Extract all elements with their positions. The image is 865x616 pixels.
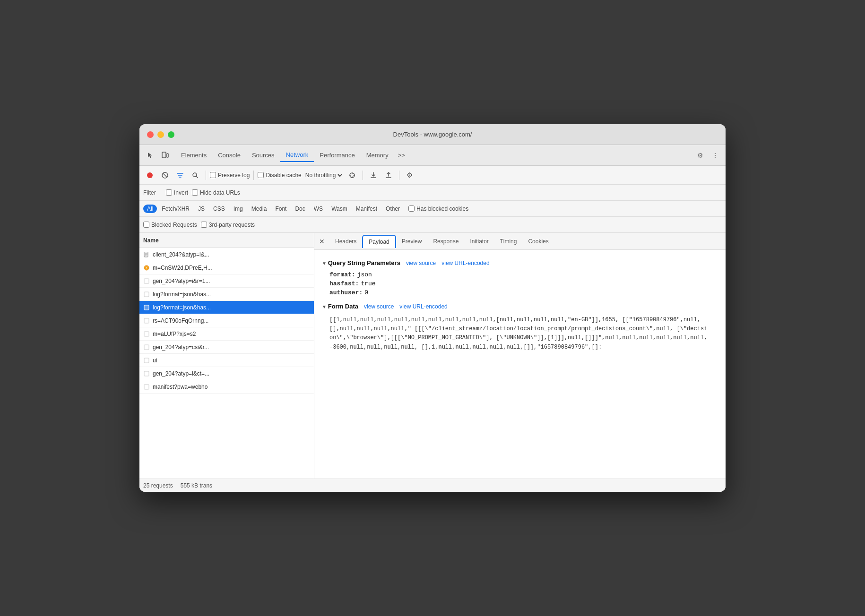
invert-checkbox[interactable]: Invert [166,189,188,196]
fd-view-url-encoded-link[interactable]: view URL-encoded [399,303,447,310]
detail-tab-cookies[interactable]: Cookies [522,235,554,248]
type-btn-wasm[interactable]: Wasm [328,205,351,213]
param-row-authuser: authuser: 0 [322,288,718,297]
maximize-button[interactable] [168,131,174,138]
type-btn-font[interactable]: Font [271,205,290,213]
disable-cache-input[interactable] [258,172,264,178]
import-button[interactable] [367,169,380,182]
request-name: gen_204?atyp=i&ct=... [153,370,209,377]
param-value: true [361,280,375,287]
list-item[interactable]: gen_204?atyp=i&ct=... [139,367,314,380]
detail-tab-timing[interactable]: Timing [494,235,523,248]
third-party-input[interactable] [201,222,207,228]
window-title: DevTools - www.google.com/ [393,131,472,138]
throttle-settings-icon[interactable] [346,169,359,182]
hide-data-urls-checkbox[interactable]: Hide data URLs [192,189,240,196]
type-btn-img[interactable]: Img [230,205,247,213]
network-settings-button[interactable]: ⚙ [403,169,416,182]
invert-input[interactable] [166,189,172,196]
type-btn-all[interactable]: All [143,205,157,213]
tab-memory[interactable]: Memory [361,149,394,162]
list-item[interactable]: gen_204?atyp=i&r=1... [139,274,314,288]
tab-elements[interactable]: Elements [175,149,212,162]
list-item[interactable]: log?format=json&has... [139,288,314,301]
detail-tab-payload[interactable]: Payload [362,235,396,248]
device-icon[interactable] [158,149,172,162]
type-btn-manifest[interactable]: Manifest [352,205,381,213]
list-item[interactable]: manifest?pwa=webho [139,380,314,394]
type-btn-other[interactable]: Other [382,205,404,213]
blank-icon [143,357,150,364]
detail-tab-response[interactable]: Response [427,235,464,248]
detail-tab-initiator[interactable]: Initiator [464,235,494,248]
svg-rect-22 [144,385,149,389]
svg-rect-16 [144,305,149,310]
search-button[interactable] [189,169,202,182]
type-btn-js[interactable]: JS [194,205,208,213]
tab-network[interactable]: Network [280,148,314,162]
type-btn-ws[interactable]: WS [310,205,327,213]
form-data-section-header: Form Data view source view URL-encoded [322,303,718,310]
request-name: gen_204?atyp=i&r=1... [153,278,210,284]
list-item[interactable]: client_204?&atyp=i&... [139,248,314,261]
detail-tab-preview[interactable]: Preview [396,235,428,248]
blocked-requests-input[interactable] [143,222,149,228]
tab-more[interactable]: >> [394,149,409,162]
throttle-select[interactable]: No throttling Fast 3G Slow 3G Offline [303,171,344,179]
record-button[interactable] [143,169,156,182]
type-btn-fetch-xhr[interactable]: Fetch/XHR [158,205,193,213]
type-btn-media[interactable]: Media [248,205,271,213]
svg-rect-18 [144,332,149,336]
blocked-row: Blocked Requests 3rd-party requests [139,217,726,233]
more-icon[interactable]: ⋮ [709,149,722,162]
requests-panel: Name client_204?&atyp=i&... ! [139,233,314,479]
close-button[interactable] [147,131,154,138]
list-item[interactable]: rs=ACT90oFqOrnng... [139,314,314,327]
has-blocked-cookies-checkbox[interactable]: Has blocked cookies [408,205,468,212]
list-item[interactable]: gen_204?atyp=csi&r... [139,341,314,354]
blank-icon [143,278,150,284]
type-btn-doc[interactable]: Doc [291,205,309,213]
filter-row: Filter Invert Hide data URLs [139,185,726,201]
list-item[interactable]: ! m=CnSW2d,DPreE,H... [139,261,314,274]
checkbox-icon [143,304,150,311]
qs-view-url-encoded-link[interactable]: view URL-encoded [441,260,489,266]
qs-view-source-link[interactable]: view source [406,260,436,266]
preserve-log-input[interactable] [210,172,216,178]
tab-performance[interactable]: Performance [314,149,360,162]
disable-cache-checkbox[interactable]: Disable cache [258,172,301,179]
requests-list[interactable]: client_204?&atyp=i&... ! m=CnSW2d,DPreE,… [139,248,314,479]
cursor-icon[interactable] [143,149,156,162]
transfer-size: 555 kB trans [181,482,212,489]
blank-icon [143,344,150,351]
toolbar-divider-1 [206,171,206,180]
request-name: client_204?&atyp=i&... [153,251,209,258]
detail-tab-headers[interactable]: Headers [329,235,362,248]
list-item[interactable]: log?format=json&has... [139,301,314,314]
request-name: log?format=json&has... [153,291,211,298]
preserve-log-checkbox[interactable]: Preserve log [210,172,250,179]
tab-sources[interactable]: Sources [246,149,280,162]
close-detail-button[interactable]: ✕ [316,236,328,247]
clear-button[interactable] [158,169,172,182]
requests-header: Name [139,233,314,248]
toolbar-divider-4 [399,171,399,180]
filter-toggle-button[interactable] [173,169,187,182]
param-key: hasfast: [329,280,359,287]
blocked-requests-checkbox[interactable]: Blocked Requests [143,222,197,228]
minimize-button[interactable] [157,131,164,138]
tab-console[interactable]: Console [212,149,246,162]
detail-tabs: ✕ Headers Payload Preview Response Initi… [314,233,726,250]
has-blocked-cookies-input[interactable] [408,205,415,212]
list-item[interactable]: ui [139,354,314,367]
toolbar-divider-2 [253,171,254,180]
hide-data-urls-input[interactable] [192,189,198,196]
filter-label: Filter [143,189,162,196]
settings-icon[interactable]: ⚙ [693,149,707,162]
export-button[interactable] [382,169,395,182]
list-item[interactable]: m=aLUfP?xjs=s2 [139,327,314,341]
param-value: json [357,271,372,278]
third-party-checkbox[interactable]: 3rd-party requests [201,222,255,228]
type-btn-css[interactable]: CSS [209,205,229,213]
fd-view-source-link[interactable]: view source [364,303,394,310]
